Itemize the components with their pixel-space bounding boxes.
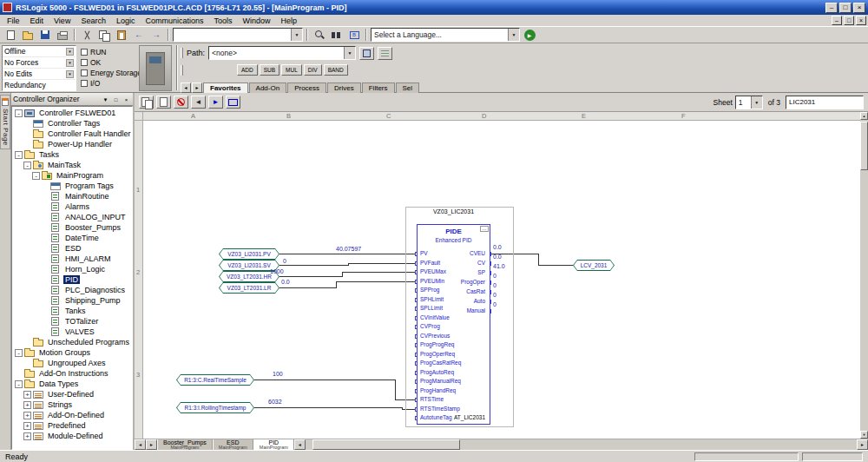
instruction-add-button[interactable]: ADD [237, 64, 258, 76]
pide-block-tag[interactable]: VZ03_LIC2031 [417, 208, 490, 214]
new-file-button[interactable] [3, 28, 18, 42]
tree-item-shipping-pump[interactable]: Shipping_Pump [12, 295, 132, 306]
print-button[interactable] [55, 28, 70, 42]
open-button[interactable] [20, 28, 36, 42]
paste-button[interactable] [114, 28, 129, 42]
chevron-down-icon[interactable]: ▼ [508, 29, 519, 41]
menu-communications[interactable]: Communications [140, 16, 208, 26]
verify-button[interactable]: B [346, 28, 362, 42]
redo-button[interactable]: → [148, 28, 164, 42]
tree-item-esd[interactable]: ESD [12, 243, 132, 254]
tree-item-predefined[interactable]: +Predefined [12, 420, 132, 431]
tree-item-totalizer[interactable]: TOTalizer [12, 316, 132, 327]
chevron-down-icon[interactable]: ▼ [66, 70, 74, 78]
organizer-close-button[interactable]: × [122, 95, 131, 104]
sheet-select[interactable]: 1 ▼ [735, 96, 763, 109]
toolbar-grip[interactable] [181, 48, 183, 58]
collapse-icon[interactable]: - [15, 380, 23, 388]
chevron-down-icon[interactable]: ▼ [66, 59, 74, 67]
chevron-down-icon[interactable]: ▼ [344, 47, 355, 59]
iref-r1-3-i-rollingtimestamp[interactable]: R1:3:I.RollingTimestamp [176, 402, 254, 413]
tree-item-datetime[interactable]: DateTime [12, 233, 132, 243]
collapse-icon[interactable]: - [15, 109, 23, 117]
fbd-canvas[interactable]: VZ03_LIC2031 PIDE Enhanced PID ... LCV_2… [143, 121, 860, 439]
chevron-down-icon[interactable]: ▼ [66, 48, 74, 56]
expand-icon[interactable]: + [23, 422, 31, 430]
tree-item-horn-logic[interactable]: Horn_Logic [12, 264, 132, 274]
collapse-icon[interactable]: - [32, 172, 40, 180]
close-button[interactable]: × [853, 3, 865, 13]
tag-combobox[interactable]: ▼ [173, 28, 303, 42]
cut-button[interactable] [79, 28, 95, 42]
organizer-pin-button[interactable]: □ [111, 95, 121, 104]
menu-view[interactable]: View [49, 16, 76, 26]
instruction-tab-drives[interactable]: Drives [327, 82, 361, 93]
scroll-up-icon[interactable]: ▲ [860, 112, 868, 120]
expand-icon[interactable]: + [23, 391, 31, 399]
new-sheet-button[interactable] [156, 96, 171, 109]
checkbox-energy-storage[interactable] [81, 69, 88, 76]
menu-logic[interactable]: Logic [111, 16, 141, 26]
menu-file[interactable]: File [2, 16, 25, 26]
menu-edit[interactable]: Edit [25, 16, 49, 26]
chevron-down-icon[interactable]: ▼ [291, 29, 302, 41]
path-settings-button[interactable] [378, 47, 392, 60]
mdi-restore-button[interactable]: □ [844, 16, 854, 25]
toolbar-grip[interactable] [181, 65, 183, 76]
iref-vz03-li2031-pv[interactable]: VZ03_LI2031.PV [219, 248, 279, 260]
status-row-no-edits[interactable]: No Edits▼ [3, 69, 76, 80]
tree-item-maintask[interactable]: -MainTask [12, 160, 132, 170]
instruction-div-button[interactable]: DIV [304, 64, 322, 76]
tree-item-power-up-handler[interactable]: Power-Up Handler [12, 139, 132, 149]
iref-r1-3-c-realtimesample[interactable]: R1:3:C.RealTimeSample [176, 374, 254, 386]
delete-sheet-button[interactable] [174, 96, 188, 109]
checkbox-ok[interactable] [81, 59, 88, 66]
checkbox-run[interactable] [81, 49, 88, 56]
instruction-tab-process[interactable]: Process [287, 82, 326, 93]
zoom-region-button[interactable] [226, 96, 240, 109]
tree-item-alarms[interactable]: Alarms [12, 201, 132, 212]
status-row-offline[interactable]: Offline▼ [3, 46, 76, 57]
tree-item-valves[interactable]: VALVES [12, 327, 132, 337]
instruction-mul-button[interactable]: MUL [281, 64, 302, 76]
block-properties-button[interactable]: ... [480, 226, 489, 232]
status-row-no-forces[interactable]: No Forces▼ [3, 57, 76, 69]
fbd-horizontal-scrollbar[interactable]: ◄ ► [294, 439, 868, 450]
tree-item-add-on-defined[interactable]: +Add-On-Defined [12, 410, 132, 420]
routine-tabs-scroll-right[interactable]: ► [146, 439, 157, 450]
routine-tab-pid[interactable]: PIDMainProgram [253, 439, 294, 450]
search-button[interactable] [312, 28, 327, 42]
tree-item-booster-pumps[interactable]: Booster_Pumps [12, 222, 132, 233]
who-active-button[interactable] [359, 47, 374, 60]
scroll-right-icon[interactable]: ► [857, 439, 868, 450]
tree-item-plc-diagnostics[interactable]: PLC_Diagnostics [12, 285, 132, 295]
next-sheet-button[interactable]: ► [208, 96, 223, 109]
copy-button[interactable] [96, 28, 112, 42]
scroll-left-icon[interactable]: ◄ [294, 439, 306, 450]
iref-vz03-lt2031-lr[interactable]: VZ03_LT2031.LR [219, 282, 279, 294]
instruction-tab-filters[interactable]: Filters [362, 82, 395, 93]
checkbox-i-o[interactable] [81, 80, 88, 87]
instruction-tab-favorites[interactable]: Favorites [203, 82, 248, 93]
collapse-icon[interactable]: - [15, 151, 23, 159]
instruction-tabs-scroll-left[interactable]: ◄ [181, 82, 191, 93]
tree-item-add-on-instructions[interactable]: Add-On Instructions [12, 368, 132, 379]
tree-item-controller-fault-handler[interactable]: Controller Fault Handler [12, 129, 132, 139]
vertical-scroll-thumb[interactable] [860, 122, 868, 170]
tree-item-pid[interactable]: PID [12, 274, 132, 285]
tree-item-unscheduled-programs[interactable]: Unscheduled Programs [12, 337, 132, 347]
horizontal-scroll-thumb[interactable] [312, 439, 460, 450]
expand-icon[interactable]: + [23, 401, 31, 409]
mdi-minimize-button[interactable]: – [832, 16, 842, 25]
mdi-close-button[interactable]: × [856, 16, 866, 25]
scroll-down-icon[interactable]: ▼ [860, 431, 868, 439]
tree-item-motion-groups[interactable]: -Motion Groups [12, 347, 132, 358]
menu-tools[interactable]: Tools [208, 16, 237, 26]
start-page-tab[interactable]: Start Page [0, 95, 10, 149]
routine-tab-booster-pumps[interactable]: Booster_PumpsMainProgram [157, 439, 213, 450]
save-button[interactable] [37, 28, 53, 42]
instruction-tab-add-on[interactable]: Add-On [249, 82, 287, 93]
chevron-down-icon[interactable]: ▼ [751, 96, 762, 109]
instruction-tabs-scroll-right[interactable]: ► [192, 82, 202, 93]
routine-tabs-scroll-left[interactable]: ◄ [135, 439, 146, 450]
